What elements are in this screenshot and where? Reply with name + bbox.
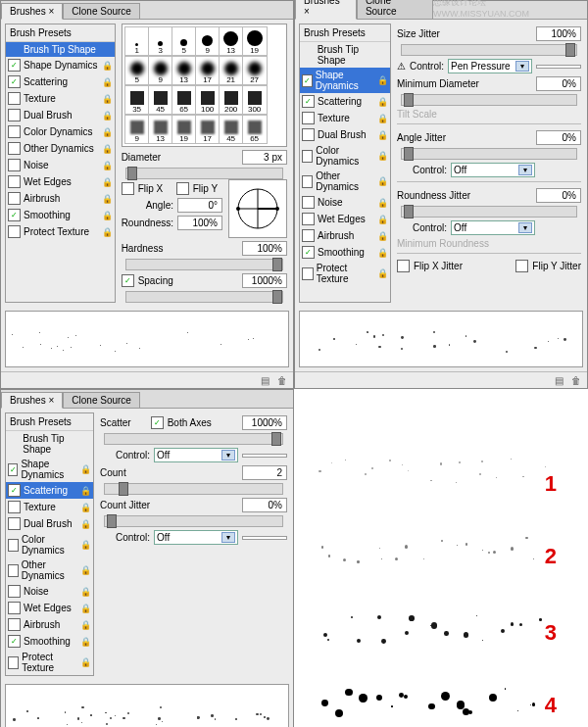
both-axes-checkbox[interactable]: ✓ — [151, 416, 164, 429]
roundness-value[interactable]: 100% — [177, 216, 222, 230]
trash-icon[interactable]: 🗑 — [571, 375, 581, 386]
min-diameter-value[interactable]: 0% — [536, 76, 581, 91]
count-value[interactable]: 2 — [242, 465, 287, 480]
brush-thumbnails[interactable]: 1359131959131721273545651002003009131917… — [122, 24, 287, 147]
option-checkbox[interactable] — [8, 618, 21, 631]
count-control-select[interactable]: Off▾ — [154, 530, 238, 545]
sidebar-item-wet-edges[interactable]: Wet Edges🔒 — [6, 173, 115, 190]
tab-brushes[interactable]: Brushes × — [295, 0, 357, 20]
sidebar-item-noise[interactable]: Noise🔒 — [6, 157, 115, 173]
flipy-checkbox[interactable] — [176, 182, 189, 195]
option-checkbox[interactable]: ✓ — [8, 59, 21, 72]
sidebar-item-shape-dynamics[interactable]: ✓Shape Dynamics🔒 — [6, 457, 93, 482]
sidebar-item-color-dynamics[interactable]: Color Dynamics🔒 — [6, 123, 115, 140]
sidebar-item-smoothing[interactable]: ✓Smoothing🔒 — [6, 207, 115, 223]
sidebar-item-other-dynamics[interactable]: Other Dynamics🔒 — [6, 557, 93, 583]
tab-clone[interactable]: Clone Source — [63, 3, 140, 19]
scatter-slider[interactable] — [104, 433, 283, 445]
trash-icon[interactable]: 🗑 — [277, 375, 287, 386]
new-icon[interactable]: ▤ — [555, 375, 564, 386]
min-diameter-slider[interactable] — [401, 94, 577, 106]
angle-value[interactable]: 0° — [177, 198, 222, 213]
hardness-value[interactable]: 100% — [242, 241, 287, 256]
sidebar-item-protect-texture[interactable]: Protect Texture🔒 — [6, 650, 93, 675]
count-jitter-slider[interactable] — [104, 515, 283, 527]
sidebar-item-protect-texture[interactable]: Protect Texture🔒 — [300, 261, 390, 286]
brush-presets[interactable]: Brush Presets — [6, 413, 93, 431]
roundness-jitter-value[interactable]: 0% — [536, 188, 581, 203]
option-checkbox[interactable] — [8, 585, 21, 598]
option-checkbox[interactable]: ✓ — [302, 95, 315, 108]
option-checkbox[interactable] — [8, 175, 21, 188]
sidebar-item-wet-edges[interactable]: Wet Edges🔒 — [6, 600, 93, 616]
option-checkbox[interactable] — [8, 517, 21, 530]
option-checkbox[interactable] — [8, 192, 21, 205]
spacing-checkbox[interactable]: ✓ — [122, 274, 134, 287]
option-checkbox[interactable]: ✓ — [8, 75, 21, 88]
option-checkbox[interactable]: ✓ — [302, 74, 313, 87]
option-checkbox[interactable] — [302, 150, 313, 163]
sidebar-item-shape-dynamics[interactable]: ✓Shape Dynamics🔒 — [300, 68, 390, 93]
option-checkbox[interactable]: ✓ — [8, 463, 18, 476]
tab-brushes[interactable]: Brushes × — [1, 3, 63, 20]
diameter-value[interactable]: 3 px — [242, 150, 287, 165]
option-checkbox[interactable] — [8, 539, 19, 552]
scatter-value[interactable]: 1000% — [242, 415, 287, 430]
angle-widget[interactable] — [228, 179, 287, 238]
sidebar-item-scattering[interactable]: ✓Scattering🔒 — [6, 482, 93, 499]
option-checkbox[interactable] — [8, 602, 21, 614]
brush-presets[interactable]: Brush Presets — [6, 24, 115, 42]
size-jitter-value[interactable]: 100% — [536, 26, 581, 41]
sidebar-item-smoothing[interactable]: ✓Smoothing🔒 — [300, 244, 390, 261]
sidebar-item-shape-dynamics[interactable]: ✓Shape Dynamics🔒 — [6, 57, 115, 73]
sidebar-item-scattering[interactable]: ✓Scattering🔒 — [300, 93, 390, 110]
brush-presets[interactable]: Brush Presets — [300, 24, 390, 42]
sidebar-item-airbrush[interactable]: Airbrush🔒 — [300, 227, 390, 244]
sidebar-item-airbrush[interactable]: Airbrush🔒 — [6, 190, 115, 207]
sidebar-item-texture[interactable]: Texture🔒 — [300, 110, 390, 126]
option-checkbox[interactable]: ✓ — [8, 484, 21, 497]
sidebar-item-texture[interactable]: Texture🔒 — [6, 499, 93, 515]
sidebar-item-other-dynamics[interactable]: Other Dynamics🔒 — [6, 140, 115, 157]
spacing-slider[interactable] — [125, 291, 283, 303]
angle-jitter-slider[interactable] — [401, 148, 577, 160]
option-checkbox[interactable] — [8, 92, 21, 105]
option-checkbox[interactable] — [8, 142, 21, 155]
roundness-jitter-slider[interactable] — [401, 206, 577, 218]
scatter-control-select[interactable]: Off▾ — [154, 448, 238, 462]
angle-control-select[interactable]: Off▾ — [451, 163, 535, 177]
sidebar-item-brush-tip-shape[interactable]: Brush Tip Shape — [6, 42, 115, 57]
option-checkbox[interactable]: ✓ — [8, 635, 21, 648]
sidebar-item-brush-tip-shape[interactable]: Brush Tip Shape — [300, 42, 390, 68]
sidebar-item-other-dynamics[interactable]: Other Dynamics🔒 — [300, 169, 390, 194]
option-checkbox[interactable] — [302, 229, 315, 242]
spacing-value[interactable]: 1000% — [242, 273, 287, 288]
sidebar-item-dual-brush[interactable]: Dual Brush🔒 — [6, 515, 93, 532]
flipx-jitter-checkbox[interactable] — [397, 260, 410, 272]
option-checkbox[interactable] — [8, 125, 21, 138]
sidebar-item-texture[interactable]: Texture🔒 — [6, 90, 115, 107]
sidebar-item-wet-edges[interactable]: Wet Edges🔒 — [300, 211, 390, 227]
sidebar-item-noise[interactable]: Noise🔒 — [300, 194, 390, 211]
tab-brushes[interactable]: Brushes × — [1, 392, 63, 409]
option-checkbox[interactable] — [302, 175, 313, 188]
sidebar-item-airbrush[interactable]: Airbrush🔒 — [6, 616, 93, 633]
count-slider[interactable] — [104, 483, 283, 495]
option-checkbox[interactable] — [302, 267, 314, 280]
size-jitter-slider[interactable] — [401, 44, 577, 56]
option-checkbox[interactable] — [302, 213, 315, 225]
sidebar-item-color-dynamics[interactable]: Color Dynamics🔒 — [6, 532, 93, 557]
sidebar-item-protect-texture[interactable]: Protect Texture🔒 — [6, 223, 115, 240]
flipy-jitter-checkbox[interactable] — [515, 260, 528, 272]
option-checkbox[interactable] — [8, 109, 21, 121]
count-jitter-value[interactable]: 0% — [242, 498, 287, 512]
sidebar-item-scattering[interactable]: ✓Scattering🔒 — [6, 73, 115, 90]
option-checkbox[interactable]: ✓ — [8, 209, 21, 221]
sidebar-item-dual-brush[interactable]: Dual Brush🔒 — [300, 126, 390, 143]
diameter-slider[interactable] — [125, 168, 283, 179]
sidebar-item-brush-tip-shape[interactable]: Brush Tip Shape — [6, 431, 93, 457]
option-checkbox[interactable] — [8, 159, 21, 171]
option-checkbox[interactable] — [302, 196, 315, 209]
option-checkbox[interactable] — [302, 112, 315, 124]
roundness-control-select[interactable]: Off▾ — [451, 220, 535, 235]
